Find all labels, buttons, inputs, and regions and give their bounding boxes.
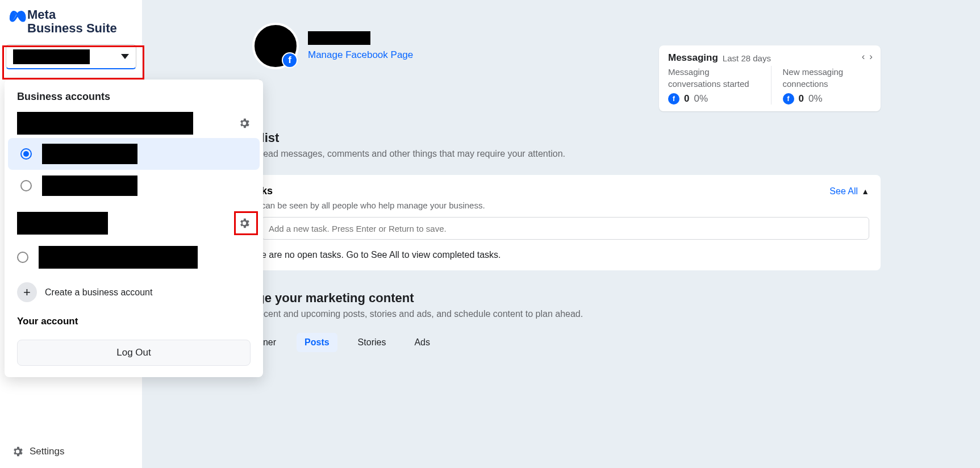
tasks-empty-message: e are no open tasks. Go to See All to vi… (261, 250, 869, 260)
tab-stories[interactable]: Stories (350, 333, 394, 352)
manage-page-link[interactable]: Manage Facebook Page (308, 49, 413, 61)
messaging-stats-card: ‹ › Messaging Last 28 days Messaging con… (659, 45, 881, 111)
stats-col1-value: 0 (684, 93, 689, 105)
todo-subtitle: unread messages, comments and other thin… (250, 149, 881, 159)
brand-line2: Business Suite (27, 22, 117, 35)
stats-col2-label: New messaging connections (783, 66, 872, 90)
sidebar-settings[interactable]: Settings (11, 445, 64, 458)
tasks-title: ks (261, 185, 273, 197)
logout-button[interactable]: Log Out (17, 340, 251, 366)
business-row-1[interactable] (5, 108, 263, 138)
tasks-subtitle: can be seen by all people who help manag… (261, 200, 869, 210)
marketing-title: age your marketing content (250, 291, 881, 306)
tab-posts[interactable]: Posts (297, 333, 337, 352)
gear-icon[interactable] (238, 117, 251, 129)
redacted (13, 49, 90, 64)
brand-line1: Meta (27, 8, 117, 22)
redacted (42, 176, 137, 196)
page-header: f Manage Facebook Page (252, 23, 413, 69)
facebook-icon: f (783, 93, 794, 105)
chevron-up-icon: ▲ (861, 187, 869, 196)
account-selector[interactable] (6, 44, 136, 69)
chevron-left-icon[interactable]: ‹ (862, 51, 865, 62)
page-option-1[interactable] (8, 138, 260, 170)
business-accounts-header: Business accounts (5, 91, 263, 108)
content-tabs: nner Posts Stories Ads (250, 333, 881, 352)
marketing-subtitle: r recent and upcoming posts, stories and… (250, 309, 881, 319)
new-task-input[interactable] (261, 217, 869, 240)
tab-ads[interactable]: Ads (406, 333, 438, 352)
your-account-header: Your account (5, 310, 263, 335)
page-option-2[interactable] (8, 170, 260, 202)
todo-title: o list (250, 131, 881, 145)
stats-col2-pct: 0% (808, 93, 823, 105)
radio-icon (17, 252, 28, 263)
radio-selected-icon (20, 148, 32, 160)
stats-col2-value: 0 (799, 93, 804, 105)
chevron-down-icon (121, 54, 129, 59)
settings-label: Settings (30, 446, 64, 457)
stats-title: Messaging (668, 52, 718, 64)
redacted (308, 31, 370, 45)
redacted (42, 144, 137, 164)
facebook-icon: f (668, 93, 679, 105)
see-all-link[interactable]: See All ▲ (829, 186, 869, 197)
page-option-3[interactable] (5, 240, 263, 274)
gear-icon[interactable] (238, 217, 251, 229)
content-area: o list unread messages, comments and oth… (250, 131, 881, 352)
create-business-account[interactable]: + Create a business account (5, 274, 263, 310)
plus-icon: + (17, 282, 37, 302)
stats-nav: ‹ › (862, 51, 873, 62)
account-dropdown: Business accounts + Create a business ac… (5, 80, 263, 377)
meta-logo-icon (9, 8, 26, 25)
gear-icon (11, 445, 24, 458)
redacted (17, 112, 193, 135)
stats-col1-pct: 0% (694, 93, 708, 105)
chevron-right-icon[interactable]: › (869, 51, 873, 62)
stats-col1-label: Messaging conversations started (668, 66, 757, 90)
radio-icon (20, 180, 32, 191)
redacted (17, 212, 108, 235)
create-business-label: Create a business account (45, 287, 152, 298)
business-row-2[interactable] (5, 206, 263, 240)
facebook-badge-icon: f (282, 52, 298, 68)
stats-period: Last 28 days (723, 53, 771, 63)
page-avatar[interactable]: f (252, 23, 299, 69)
tasks-card: ks See All ▲ can be seen by all people w… (250, 175, 881, 270)
redacted (39, 246, 198, 269)
logo: Meta Business Suite (0, 0, 142, 41)
